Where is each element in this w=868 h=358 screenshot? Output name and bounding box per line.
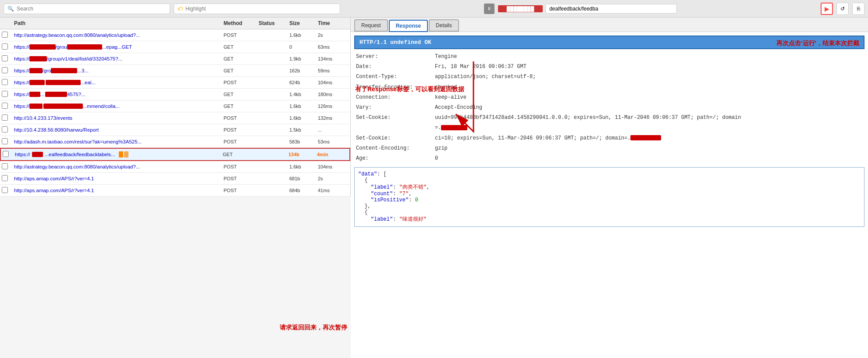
header-key: Vary: [356,104,435,112]
table-row[interactable]: http://aps.amap.com/APS/r?ver=4.1 POST 6… [0,173,350,185]
pause-button[interactable]: ⏸ [484,4,494,14]
time-cell: 132ms [318,115,349,121]
search-box: 🔍 [4,4,170,14]
main-container: Path Method Status Size Time http://astr… [0,18,868,358]
header-key: Content-Type: [356,73,435,81]
table-row[interactable]: https://...eal... POST 624b 104ms [0,77,350,89]
url-redacted: ████████ [498,5,543,12]
tab-details[interactable]: Details [429,19,459,32]
json-data: "data": [ { "label": "肉类不错", "count": "7… [354,167,864,227]
left-panel-wrapper: Path Method Status Size Time http://astr… [0,18,351,358]
time-cell: 126ms [318,104,349,109]
tab-response[interactable]: Response [389,20,428,32]
table-row[interactable]: https:///gro...3... GET 162b 59ms [0,65,350,77]
path-cell: https://...eal... [14,80,224,86]
tab-request[interactable]: Request [354,19,388,32]
row-checkbox[interactable] [2,55,8,61]
time-cell: 104ms [318,80,349,85]
highlight-input[interactable] [185,6,336,12]
row-checkbox[interactable] [2,79,8,85]
search-input[interactable] [17,6,166,12]
header-row: Content-Type: application/json; charset=… [354,72,864,82]
header-value: ci=10; expires=Sun, 11-Mar-2046 09:06:37… [435,134,863,143]
header-row: Content-Encoding: gzip [354,143,864,154]
method-cell: POST [224,164,259,169]
path-cell: https:///group/v1/deal/list/id/33204575?… [14,56,224,62]
size-cell: 684b [289,188,318,193]
row-checkbox[interactable] [2,163,8,169]
size-cell: 134b [288,152,317,157]
table-row[interactable]: http://aps.amap.com/APS/r?ver=4.1 POST 6… [0,185,350,197]
network-table: Path Method Status Size Time http://astr… [0,18,351,197]
header-value: Accept-Encoding [435,104,863,112]
size-cell: 1.6kb [289,164,318,169]
row-checkbox[interactable] [2,32,8,38]
row-checkbox[interactable] [2,67,8,73]
path-cell: http://astrategy.beacon.qq.com:8080/anal… [14,32,224,38]
header-key: Server: [356,53,435,61]
refresh-icon: ↺ [840,6,845,12]
header-key: Date: [356,63,435,71]
table-row-selected[interactable]: https://...ealfeedback/feedbacklabels...… [0,148,350,161]
size-cell: 0 [289,44,318,50]
refresh-button[interactable]: ↺ [836,3,849,15]
method-cell: GET [224,104,259,109]
url-bar: ████████ [498,4,677,14]
header-row: =. [354,123,864,133]
play-icon: ▶ [825,5,829,12]
table-row[interactable]: https:///group/v1/deal/list/id/33204575?… [0,53,350,65]
table-row[interactable]: http://astrategy.beacon.qq.com:8080/anal… [0,29,350,41]
path-cell: http://adash.m.taobao.com/rest/sur?ak=um… [14,139,224,144]
table-row[interactable]: https://...4575?... GET 1.4kb 180ms [0,89,350,100]
header-row: Vary: Accept-Encoding [354,103,864,113]
table-row[interactable]: https:///grou...epag...GET GET 0 63ms [0,41,350,53]
path-cell: https://...mmend/colla... [14,104,224,109]
table-header: Path Method Status Size Time [0,18,350,29]
time-cell: 4min [317,152,348,157]
header-row: Server: Tengine [354,52,864,62]
time-cell: 180ms [318,92,349,97]
header-value: application/json; charset=utf-8; [435,73,863,81]
table-row[interactable]: http://adash.m.taobao.com/rest/sur?ak=um… [0,136,350,148]
size-cell: 162b [289,68,318,73]
row-checkbox[interactable] [2,126,8,132]
size-cell: 1.6kb [289,104,318,109]
table-row[interactable]: http://10.4.238.56:8080/hanwu/Report POS… [0,124,350,136]
col-method: Method [224,20,259,26]
table-row[interactable]: http://astrategy.beacon.qq.com:8080/anal… [0,161,350,173]
header-key: Set-Cookie: [356,134,435,143]
row-checkbox[interactable] [2,43,8,50]
header-key: Connection: [356,93,435,102]
url-input[interactable] [545,4,677,14]
method-cell: GET [223,152,258,157]
method-cell: POST [224,139,259,144]
row-checkbox[interactable] [3,151,9,157]
search-icon: 🔍 [7,6,14,12]
export-button[interactable]: ⎘ [852,3,864,15]
row-checkbox[interactable] [2,138,8,144]
method-cell: POST [224,127,259,132]
header-value: Fri, 18 Mar 2016 09:06:37 GMT [435,63,863,71]
row-checkbox[interactable] [2,175,8,181]
row-checkbox[interactable] [2,115,8,121]
row-checkbox[interactable] [2,187,8,193]
table-row[interactable]: https://...mmend/colla... GET 1.6kb 126m… [0,100,350,112]
highlight-icon: 🏷 [178,6,183,12]
row-checkbox[interactable] [2,103,8,109]
highlight-box: 🏷 [174,4,340,14]
time-cell: 2s [318,32,349,38]
header-row: Age: 0 [354,154,864,164]
size-cell: 583b [289,139,318,144]
table-row[interactable]: http://10.4.233.173/events POST 1.6kb 13… [0,112,350,124]
time-cell: 134ms [318,56,349,61]
path-cell: http://astrategy.beacon.qq.com:8080/anal… [14,164,224,169]
run-button[interactable]: ▶ [821,3,833,15]
method-cell: POST [224,32,259,38]
method-cell: GET [224,92,259,97]
row-checkbox[interactable] [2,91,8,97]
path-cell: https://...4575?... [14,92,224,97]
method-cell: GET [224,56,259,61]
size-cell: 624b [289,80,318,85]
method-cell: GET [224,44,259,50]
header-value: Tengine [435,53,863,61]
